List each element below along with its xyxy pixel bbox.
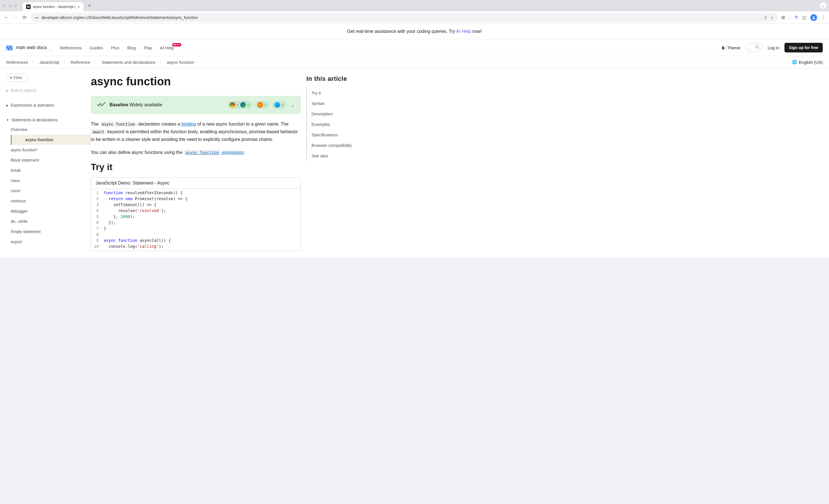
sidebar-section-expressions[interactable]: ▶ Expressions & operators <box>0 101 91 110</box>
toc-item[interactable]: See also <box>312 151 369 161</box>
toc-item[interactable]: Try it <box>312 88 369 98</box>
lab-icon[interactable]: ⚗ <box>794 15 798 20</box>
sidebar-item[interactable]: Block statement <box>0 155 91 165</box>
login-link[interactable]: Log in <box>768 45 779 50</box>
inline-code: await <box>91 129 106 134</box>
language-label: English (US) <box>799 60 823 65</box>
toc-list: Try itSyntaxDescriptionExamplesSpecifica… <box>307 88 369 161</box>
browser-tab[interactable]: M async function - JavaScript | × <box>23 2 83 11</box>
minimize-window-icon[interactable] <box>8 4 12 7</box>
search-placeholder-icon: _ <box>749 46 750 49</box>
toc-item[interactable]: Browser compatibility <box>312 140 369 151</box>
chevron-down-icon[interactable]: ⌄ <box>291 102 294 108</box>
async-expression-link[interactable]: async function expression <box>184 150 244 155</box>
sidebar-section-statements[interactable]: ▼ Statements & declarations <box>0 115 91 124</box>
text: You can also define async functions usin… <box>91 150 184 155</box>
toc-item[interactable]: Specifications <box>312 129 369 140</box>
nav-references[interactable]: References <box>60 45 82 50</box>
check-icon: ✓ <box>247 103 250 107</box>
text: keyword is permitted within the function… <box>91 129 298 142</box>
browser-tab-strip: M async function - JavaScript | × + ⌄ <box>0 0 829 11</box>
nav-play[interactable]: Play <box>144 45 152 50</box>
triangle-right-icon: ▶ <box>6 89 8 92</box>
svg-point-0 <box>813 16 815 17</box>
breadcrumb: References 〉 JavaScript 〉 Reference 〉 St… <box>0 56 829 68</box>
new-tab-button[interactable]: + <box>88 3 91 9</box>
triangle-right-icon: ▶ <box>6 104 8 107</box>
nav-plus[interactable]: Plus <box>111 45 119 50</box>
sidebar-item[interactable]: Empty statement <box>0 227 91 237</box>
extensions-icon[interactable]: ⊞ <box>781 15 785 20</box>
crumb-statements[interactable]: Statements and declarations <box>102 60 155 65</box>
binding-link[interactable]: binding <box>181 122 196 126</box>
mdn-logo-icon <box>6 44 14 51</box>
sidebar-item[interactable]: class <box>0 176 91 186</box>
signup-button[interactable]: Sign up for free <box>785 43 823 52</box>
chrome-badge: ✓ ✓ <box>227 101 252 109</box>
sidebar-item[interactable]: async function <box>11 134 91 145</box>
theme-label: Theme <box>727 45 741 50</box>
page-title: async function <box>91 75 301 88</box>
sidebar-item[interactable]: Overview <box>0 124 91 134</box>
filter-label: Filter <box>13 75 23 80</box>
chevron-right-icon: 〉 <box>94 60 98 65</box>
promo-link[interactable]: AI Help <box>456 29 471 34</box>
crumb-current[interactable]: async function <box>167 60 194 65</box>
maximize-window-icon[interactable] <box>14 4 17 7</box>
crumb-reference[interactable]: Reference <box>71 60 90 65</box>
inline-code: async function <box>184 150 221 155</box>
reload-button[interactable]: ⟳ <box>22 14 27 21</box>
mdn-logo[interactable]: mdn web docs _ <box>6 44 52 51</box>
safari-icon <box>274 102 280 108</box>
text: . <box>244 150 245 155</box>
sidebar-item[interactable]: break <box>0 165 91 176</box>
install-app-icon[interactable]: ⇩ <box>764 15 767 20</box>
crumb-javascript[interactable]: JavaScript <box>39 60 59 65</box>
baseline-text: Baseline Widely available <box>109 102 162 108</box>
nav-guides[interactable]: Guides <box>89 45 103 50</box>
sidebar-item[interactable]: export <box>0 237 91 247</box>
search-input[interactable]: _ <box>746 43 763 52</box>
sidebar-item[interactable]: async function* <box>0 145 91 155</box>
nav-blog[interactable]: Blog <box>128 45 136 50</box>
site-settings-icon[interactable]: ⊶ <box>35 15 39 20</box>
intro-paragraph-2: You can also define async functions usin… <box>91 149 301 156</box>
firefox-icon <box>257 102 263 108</box>
toc-item[interactable]: Description <box>312 109 369 119</box>
chevron-right-icon: 〉 <box>159 60 163 65</box>
nav-ai-help-label: AI Help <box>160 45 174 50</box>
url-bar[interactable]: ⊶ developer.allizom.org/en-US/docs/Web/J… <box>31 13 778 22</box>
theme-toggle[interactable]: ◐ Theme <box>722 45 741 50</box>
bookmark-star-icon[interactable]: ☆ <box>770 15 774 20</box>
sidebar-section-builtins[interactable]: ▶ Built-in objects <box>0 86 91 95</box>
sidebar-section-label: Expressions & operators <box>11 103 54 108</box>
profile-avatar-icon[interactable] <box>810 14 817 21</box>
sidebar-item[interactable]: const <box>0 186 91 196</box>
toc-item[interactable]: Examples <box>312 119 369 129</box>
close-window-icon[interactable] <box>3 4 6 7</box>
search-icon <box>755 45 759 50</box>
back-button[interactable]: ← <box>3 14 9 21</box>
language-selector[interactable]: 🌐 English (US) <box>792 60 823 65</box>
browser-support-badges: ✓ ✓ ✓ ✓ ⌄ <box>227 101 294 109</box>
window-controls <box>3 4 17 7</box>
filter-input[interactable]: ▾ Filter <box>6 73 28 82</box>
sidebar-item[interactable]: continue <box>0 196 91 206</box>
sidebar-item[interactable]: debugger <box>0 206 91 216</box>
tab-close-icon[interactable]: × <box>78 4 80 9</box>
sidebar-item[interactable]: do...while <box>0 216 91 227</box>
forward-button[interactable]: → <box>12 14 18 21</box>
baseline-check-icon <box>97 102 106 108</box>
text: The <box>91 122 100 126</box>
tabs-overflow-button[interactable]: ⌄ <box>820 3 826 9</box>
baseline-widget[interactable]: Baseline Widely available ✓ ✓ ✓ <box>91 96 301 114</box>
baseline-strong: Baseline <box>109 102 128 107</box>
browser-toolbar: ← → ⟳ ⊶ developer.allizom.org/en-US/docs… <box>0 11 829 24</box>
nav-ai-help[interactable]: AI Help BETA <box>160 45 174 50</box>
toc-sidebar: In this article Try itSyntaxDescriptionE… <box>301 68 369 258</box>
code-editor[interactable]: 12345678910 function resolveAfter2Second… <box>91 189 300 250</box>
sidepanel-icon[interactable]: ◫ <box>802 15 806 20</box>
kebab-menu-icon[interactable]: ⋮ <box>821 15 826 20</box>
crumb-references[interactable]: References <box>6 60 28 65</box>
toc-item[interactable]: Syntax <box>312 98 369 109</box>
